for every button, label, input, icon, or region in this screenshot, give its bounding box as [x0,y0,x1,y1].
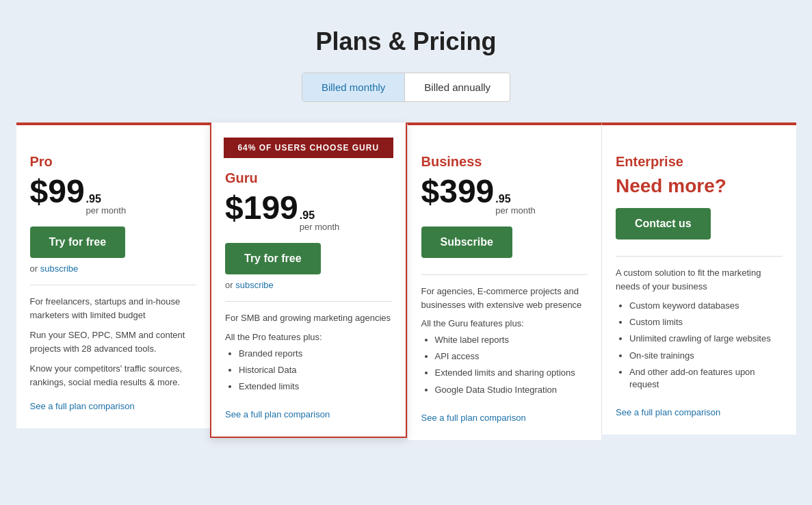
enterprise-divider [616,256,783,257]
pro-description1: For freelancers, startups and in-house m… [30,295,197,322]
pro-price-dollar: $99 [30,175,85,208]
enterprise-feature-5: And other add-on features upon request [629,366,783,391]
pro-or-subscribe: or subscribe [30,263,197,274]
business-price-dollar: $399 [421,175,495,208]
business-feature-4: Google Data Studio Integration [435,384,588,396]
business-plan-name: Business [421,154,588,170]
business-divider [421,274,588,275]
billing-toggle: Billed monthly Billed annually [302,73,510,102]
guru-features-label: All the Pro features plus: [225,332,392,342]
guru-price-row: $199 .95 per month [225,192,392,232]
pro-try-button[interactable]: Try for free [30,226,126,258]
enterprise-feature-1: Custom keyword databases [629,300,783,312]
enterprise-plan-name: Enterprise [616,154,783,170]
business-features-label: All the Guru features plus: [421,318,588,328]
guru-plan-name: Guru [225,170,392,186]
pro-price-row: $99 .95 per month [30,175,197,216]
guru-price-cents: .95 [300,209,340,222]
business-features-list: White label reports API access Extended … [421,334,588,396]
business-feature-1: White label reports [435,334,588,346]
enterprise-features-list: Custom keyword databases Custom limits U… [616,300,783,391]
guru-see-full-link[interactable]: See a full plan comparison [225,409,330,419]
plan-card-guru: 64% OF USERS CHOOSE GURU Guru $199 .95 p… [210,122,407,438]
pro-plan-name: Pro [30,154,197,170]
guru-price-dollar: $199 [225,192,298,224]
guru-feature-3: Extended limits [239,380,392,393]
enterprise-description1: A custom solution to fit the marketing n… [616,266,783,293]
pro-price-cents: .95 [86,193,127,205]
guru-or-subscribe: or subscribe [225,280,392,290]
page-title: Plans & Pricing [315,27,496,56]
business-subscribe-button[interactable]: Subscribe [421,226,512,258]
plan-card-business: Business $399 .95 per month Subscribe Fo… [407,122,602,440]
guru-try-button[interactable]: Try for free [225,243,321,274]
enterprise-feature-2: Custom limits [629,316,783,328]
guru-subscribe-link[interactable]: subscribe [235,280,274,290]
enterprise-feature-4: On-site trainings [629,350,783,362]
business-see-full-link[interactable]: See a full plan comparison [421,413,526,423]
pro-price-period: per month [86,205,127,216]
enterprise-feature-3: Unlimited crawling of large websites [629,333,783,345]
business-price-period: per month [495,205,536,216]
business-description1: For agencies, E-commerce projects and bu… [421,285,588,311]
plan-card-enterprise: Enterprise Need more? Contact us A custo… [601,122,796,435]
guru-feature-1: Branded reports [239,348,392,360]
billing-annually-button[interactable]: Billed annually [405,73,510,101]
enterprise-contact-button[interactable]: Contact us [616,208,711,239]
guru-price-period: per month [300,222,340,232]
guru-divider [225,301,392,302]
pro-description3: Know your competitors' traffic sources, … [30,362,197,389]
pro-see-full-link[interactable]: See a full plan comparison [30,401,135,411]
business-feature-2: API access [435,350,588,363]
guru-features-list: Branded reports Historical Data Extended… [225,348,392,393]
enterprise-headline: Need more? [616,175,783,197]
business-feature-3: Extended limits and sharing options [435,367,588,379]
plan-card-pro: Pro $99 .95 per month Try for free or su… [16,122,211,428]
business-price-row: $399 .95 per month [421,175,588,216]
plans-container: Pro $99 .95 per month Try for free or su… [16,122,796,440]
business-price-cents: .95 [495,193,536,205]
pro-description2: Run your SEO, PPC, SMM and content proje… [30,328,197,355]
pro-subscribe-link[interactable]: subscribe [40,263,79,274]
pro-divider [30,285,197,285]
guru-feature-2: Historical Data [239,364,392,376]
guru-popular-banner: 64% OF USERS CHOOSE GURU [224,138,393,158]
billing-monthly-button[interactable]: Billed monthly [302,73,405,101]
enterprise-see-full-link[interactable]: See a full plan comparison [616,407,720,417]
guru-description1: For SMB and growing marketing agencies [225,311,392,325]
